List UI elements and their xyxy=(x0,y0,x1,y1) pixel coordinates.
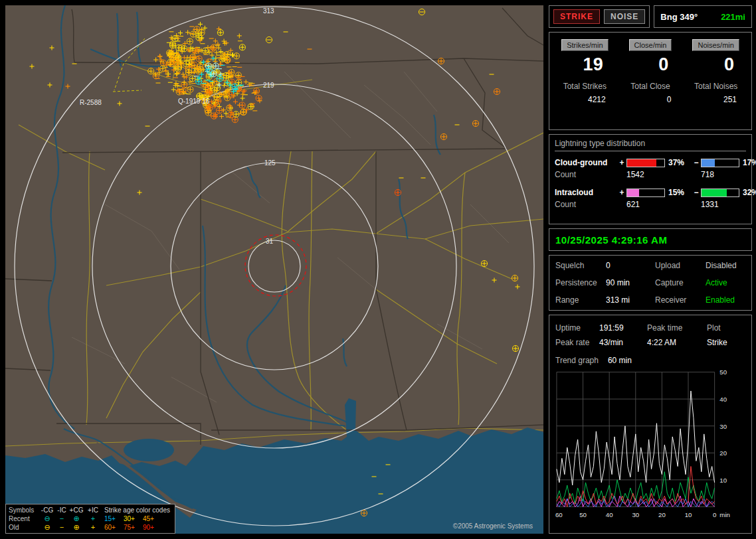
cg-minus-pct: 17% xyxy=(739,158,756,167)
age-code-30: 30+ xyxy=(124,515,135,522)
cg-plus-sign: + xyxy=(617,158,626,167)
strike-symbol xyxy=(217,76,223,82)
strikes-per-min-button[interactable]: Strikes/min xyxy=(561,39,608,51)
svg-text:20: 20 xyxy=(719,449,727,457)
upload-status: Disabled xyxy=(706,261,745,270)
svg-text:60: 60 xyxy=(555,511,563,518)
strike-symbol xyxy=(206,45,211,50)
strike-symbol xyxy=(222,83,227,88)
strike-symbol xyxy=(419,9,425,15)
total-strikes-value: 4212 xyxy=(552,95,618,104)
close-column: Close/min 0 Total Close 0 xyxy=(618,39,684,125)
strike-symbol xyxy=(217,30,223,36)
lightning-map[interactable]: 31321912531R-2588Q-1919 16 xyxy=(5,5,543,534)
range-label: Range xyxy=(555,295,606,305)
strike-symbol xyxy=(206,66,212,72)
strike-symbol xyxy=(205,110,211,116)
cg-plus-pct: 37% xyxy=(665,158,692,167)
ic-plus-count: 621 xyxy=(626,200,701,209)
settings-box: Squelch 0 Upload Disabled Persistence 90… xyxy=(549,255,752,311)
noises-per-min-button[interactable]: Noises/min xyxy=(692,39,739,51)
ic-plus-sign: + xyxy=(617,188,626,197)
neg-ic-recent-icon: − xyxy=(55,515,68,522)
peak-rate-label: Peak rate xyxy=(555,338,599,347)
strike-symbol xyxy=(230,53,235,58)
cloud-ground-row: Cloud-ground + 37% − 17% xyxy=(555,157,746,168)
strike-symbol xyxy=(481,260,487,266)
strike-symbol xyxy=(196,78,202,84)
strike-symbol xyxy=(219,72,223,76)
ic-minus-bar xyxy=(701,189,739,197)
range-ring-label: 31 xyxy=(266,238,274,245)
strike-symbol xyxy=(214,94,220,100)
strike-symbol xyxy=(189,46,193,50)
range-ring xyxy=(248,240,300,292)
age-code-90: 90+ xyxy=(143,524,154,531)
cg-plus-count: 1542 xyxy=(626,170,701,179)
svg-text:10: 10 xyxy=(685,511,692,518)
side-panel: STRIKE NOISE Bng 349° 221mi Strikes/min … xyxy=(549,5,752,534)
storm-cell-label: Q-1919 16 xyxy=(178,98,210,105)
strikes-column: Strikes/min 19 Total Strikes 4212 xyxy=(552,39,618,125)
persistence-label: Persistence xyxy=(555,278,606,287)
strike-symbol xyxy=(239,102,245,108)
intracloud-count-row: Count 621 1331 xyxy=(555,199,746,210)
strike-symbol xyxy=(118,102,122,106)
info-box: Uptime 191:59 Peak time Plot Peak rate 4… xyxy=(549,315,752,534)
cg-minus-sign: − xyxy=(692,158,701,167)
svg-text:30: 30 xyxy=(719,423,727,430)
strike-symbol xyxy=(66,84,70,89)
map-area: 31321912531R-2588Q-1919 16 Symbols -CG -… xyxy=(5,5,543,534)
range-ring-label: 125 xyxy=(264,159,276,167)
svg-text:40: 40 xyxy=(606,511,613,518)
plot-label: Plot xyxy=(707,323,745,333)
receiver-label: Receiver xyxy=(655,295,706,305)
bearing-box: Bng 349° 221mi xyxy=(654,5,752,28)
strike-symbol xyxy=(225,95,231,101)
strike-symbol xyxy=(138,191,142,195)
neg-cg-old-icon: ⊖ xyxy=(39,524,55,531)
strike-symbol xyxy=(244,80,248,84)
svg-text:20: 20 xyxy=(658,511,666,518)
squelch-label: Squelch xyxy=(555,261,606,270)
strike-symbol xyxy=(160,60,166,66)
trend-window-value: 60 min xyxy=(608,356,632,365)
strike-button[interactable]: STRIKE xyxy=(553,9,600,24)
capture-label: Capture xyxy=(655,278,706,287)
stats-box: Strikes/min 19 Total Strikes 4212 Close/… xyxy=(549,32,752,130)
strike-symbol xyxy=(237,33,242,38)
legend-col-pos-cg: +CG xyxy=(68,506,84,514)
legend-col-pos-ic: +IC xyxy=(84,506,102,514)
close-per-min-button[interactable]: Close/min xyxy=(629,39,672,51)
strike-symbol xyxy=(361,510,367,516)
noise-button[interactable]: NOISE xyxy=(604,9,645,24)
strike-symbol xyxy=(198,22,203,27)
strike-symbol xyxy=(472,120,478,126)
svg-text:50: 50 xyxy=(719,368,727,376)
plot-value: Strike xyxy=(707,338,745,347)
strike-symbol xyxy=(182,80,187,85)
strike-symbol xyxy=(217,46,221,50)
strike-symbol xyxy=(199,60,203,65)
intracloud-row: Intracloud + 15% − 32% xyxy=(555,187,746,198)
strike-symbol xyxy=(175,66,181,72)
total-close-label: Total Close xyxy=(618,82,684,91)
strike-symbol xyxy=(185,30,190,35)
datetime-box: 10/25/2025 4:29:16 AM xyxy=(549,228,752,251)
pos-ic-old-icon: + xyxy=(84,524,102,531)
cg-minus-bar xyxy=(701,159,739,167)
strike-symbol xyxy=(178,31,183,35)
strike-symbol xyxy=(248,104,254,110)
legend-col-neg-ic: -IC xyxy=(55,506,68,514)
strike-symbol xyxy=(187,38,193,44)
info-grid: Uptime 191:59 Peak time Plot Peak rate 4… xyxy=(555,321,745,350)
ic-minus-count: 1331 xyxy=(701,200,746,209)
nexstorm-app: 31321912531R-2588Q-1919 16 Symbols -CG -… xyxy=(0,0,756,539)
strike-symbol xyxy=(167,50,173,56)
strike-symbol xyxy=(512,275,518,281)
strike-symbol xyxy=(219,114,224,119)
total-close-value: 0 xyxy=(618,95,684,104)
settings-row: Persistence 90 min Capture Active xyxy=(555,278,745,287)
strike-symbol xyxy=(197,64,203,70)
distribution-box: Lightning type distribution Cloud-ground… xyxy=(549,134,752,224)
